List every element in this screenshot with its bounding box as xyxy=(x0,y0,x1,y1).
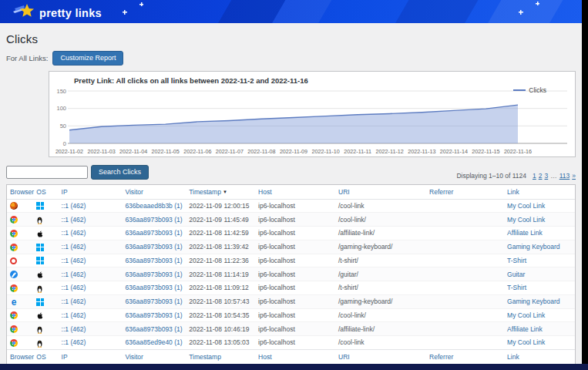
windows-os-icon xyxy=(36,298,44,306)
table-row: ::1 (462)636aa8973b093 (1)2022-11-08 11:… xyxy=(7,227,575,240)
edge-browser-icon xyxy=(10,298,18,306)
ip-link[interactable]: ::1 (462) xyxy=(62,311,86,319)
browser-cell xyxy=(7,267,33,281)
windows-os-icon xyxy=(36,244,44,251)
ip-link[interactable]: ::1 (462) xyxy=(62,243,86,251)
column-header-visitor[interactable]: Visitor xyxy=(122,349,186,364)
pretty-link[interactable]: T-Shirt xyxy=(507,284,526,291)
visitor-link[interactable]: 636aa8973b093 (1) xyxy=(125,243,182,251)
pretty-link[interactable]: T-Shirt xyxy=(507,257,526,264)
column-header-uri[interactable]: URI xyxy=(335,349,426,364)
timestamp-cell: 2022-11-08 11:39:42 xyxy=(186,240,255,254)
page-link[interactable]: 1 xyxy=(533,172,536,180)
chrome-browser-icon xyxy=(10,216,18,224)
column-header-referrer[interactable]: Referrer xyxy=(426,185,504,200)
search-input[interactable] xyxy=(6,166,88,179)
last-page-link[interactable]: 113 xyxy=(559,172,570,180)
ip-link[interactable]: ::1 (462) xyxy=(62,338,86,346)
pretty-links-star-icon xyxy=(12,2,35,23)
pretty-link[interactable]: My Cool Link xyxy=(507,202,545,210)
customize-report-button[interactable]: Customize Report xyxy=(52,51,123,66)
referrer-cell xyxy=(426,322,504,336)
host-cell: ip6-localhost xyxy=(255,213,335,227)
ip-link[interactable]: ::1 (462) xyxy=(62,284,86,291)
visitor-link[interactable]: 636aa8973b093 (1) xyxy=(125,257,182,264)
sparkle-icon xyxy=(123,10,127,15)
column-header-timestamp[interactable]: Timestamp▼ xyxy=(186,185,255,200)
page-link[interactable]: 3 xyxy=(544,172,548,180)
referrer-cell xyxy=(426,240,504,254)
ip-cell: ::1 (462) xyxy=(59,308,123,322)
visitor-link[interactable]: 636aa8973b093 (1) xyxy=(125,284,182,291)
link-cell: Guitar xyxy=(504,267,575,281)
ip-cell: ::1 (462) xyxy=(59,199,123,213)
table-row: ::1 (462)636aa8973b093 (1)2022-11-08 10:… xyxy=(7,294,575,308)
host-cell: ip6-localhost xyxy=(255,199,335,213)
column-header-browser[interactable]: Browser xyxy=(7,185,33,200)
column-header-host[interactable]: Host xyxy=(255,349,335,364)
visitor-link[interactable]: 636aa8973b093 (1) xyxy=(125,311,182,319)
host-cell: ip6-localhost xyxy=(255,294,335,308)
column-header-referrer[interactable]: Referrer xyxy=(426,349,504,364)
ip-link[interactable]: ::1 (462) xyxy=(62,229,86,237)
next-page-link[interactable]: » xyxy=(572,172,576,180)
column-header-browser[interactable]: Browser xyxy=(7,349,33,364)
pretty-link[interactable]: Gaming Keyboard xyxy=(507,243,560,251)
page-ellipsis: … xyxy=(550,172,557,180)
ip-link[interactable]: ::1 (462) xyxy=(62,202,86,210)
pretty-link[interactable]: My Cool Link xyxy=(507,311,545,319)
column-header-ip[interactable]: IP xyxy=(59,185,123,200)
pretty-link[interactable]: Guitar xyxy=(507,271,525,278)
pretty-link[interactable]: My Cool Link xyxy=(507,338,545,346)
visitor-link[interactable]: 636aa8973b093 (1) xyxy=(125,216,182,224)
content: Clicks For All Links: Customize Report P… xyxy=(0,23,582,364)
ip-link[interactable]: ::1 (462) xyxy=(62,325,86,333)
column-header-host[interactable]: Host xyxy=(255,185,335,200)
sort-desc-icon: ▼ xyxy=(223,190,227,194)
os-cell xyxy=(33,199,58,213)
ip-link[interactable]: ::1 (462) xyxy=(62,216,86,224)
windows-os-icon xyxy=(36,257,44,264)
svg-text:2022-11-12: 2022-11-12 xyxy=(376,148,404,155)
svg-text:100: 100 xyxy=(56,105,66,112)
svg-text:150: 150 xyxy=(56,87,66,94)
pretty-link[interactable]: Affiliate Link xyxy=(507,325,543,333)
os-cell xyxy=(33,213,58,227)
visitor-cell: 636aa8973b093 (1) xyxy=(122,227,186,240)
column-header-ip[interactable]: IP xyxy=(59,349,123,364)
ip-link[interactable]: ::1 (462) xyxy=(62,257,86,264)
pretty-link[interactable]: Gaming Keyboard xyxy=(507,298,560,305)
visitor-link[interactable]: 636aa8973b093 (1) xyxy=(125,229,182,237)
browser-cell xyxy=(7,213,33,227)
visitor-link[interactable]: 636aa85ed9e40 (1) xyxy=(125,338,182,346)
visitor-cell: 636aa8973b093 (1) xyxy=(122,322,186,336)
pretty-link[interactable]: Affiliate Link xyxy=(507,229,543,237)
visitor-cell: 636aa8973b093 (1) xyxy=(122,308,186,322)
column-header-link[interactable]: Link xyxy=(504,349,575,364)
column-header-timestamp[interactable]: Timestamp xyxy=(186,349,255,364)
visitor-link[interactable]: 636aa8973b093 (1) xyxy=(125,325,182,333)
column-header-os[interactable]: OS xyxy=(33,185,58,200)
search-clicks-button[interactable]: Search Clicks xyxy=(91,165,149,180)
ip-link[interactable]: ::1 (462) xyxy=(62,271,86,278)
chrome-browser-icon xyxy=(10,311,18,319)
column-header-visitor[interactable]: Visitor xyxy=(122,185,186,200)
referrer-cell xyxy=(426,227,504,240)
column-header-os[interactable]: OS xyxy=(33,349,58,364)
visitor-link[interactable]: 636aa8973b093 (1) xyxy=(125,298,182,305)
svg-text:2022-11-13: 2022-11-13 xyxy=(408,148,435,155)
page-link[interactable]: 2 xyxy=(539,172,543,180)
timestamp-cell: 2022-11-09 11:45:49 xyxy=(186,213,255,227)
opera-browser-icon xyxy=(10,257,17,264)
ip-link[interactable]: ::1 (462) xyxy=(62,298,86,305)
visitor-link[interactable]: 636beaaed8b3b (1) xyxy=(125,202,182,210)
visitor-cell: 636beaaed8b3b (1) xyxy=(122,199,186,213)
column-header-link[interactable]: Link xyxy=(504,185,575,200)
column-header-uri[interactable]: URI xyxy=(335,185,426,200)
os-cell xyxy=(33,267,58,281)
clicks-chart-card: Pretty Link: All clicks on all links bet… xyxy=(49,71,576,157)
browser-cell xyxy=(7,308,33,322)
table-row: ::1 (462)636aa8973b093 (1)2022-11-08 11:… xyxy=(7,267,575,281)
pretty-link[interactable]: My Cool Link xyxy=(507,216,545,224)
visitor-link[interactable]: 636aa8973b093 (1) xyxy=(125,271,182,278)
